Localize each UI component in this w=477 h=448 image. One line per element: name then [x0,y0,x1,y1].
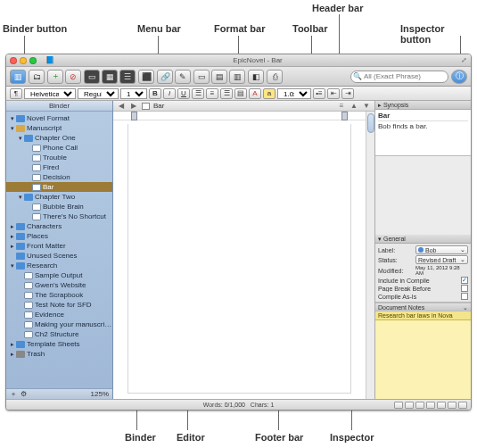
compile-button[interactable]: ⎙ [267,70,283,84]
binder-item[interactable]: ▸Front Matter [6,241,112,251]
disclosure-triangle-icon[interactable]: ▸ [8,341,16,348]
label-select[interactable]: Bob⌄ [415,245,468,254]
pagebreak-checkbox[interactable] [461,285,468,292]
minimize-icon[interactable] [20,57,27,64]
binder-tree[interactable]: ▾Novel Format▾Manuscript▾Chapter OnePhon… [6,112,112,388]
nav-down-button[interactable]: ▼ [362,102,371,110]
binder-item[interactable]: ▾Chapter Two [6,192,112,202]
disclosure-triangle-icon[interactable]: ▾ [16,135,24,142]
disclosure-triangle-icon[interactable]: ▾ [16,194,24,201]
binder-item[interactable]: Evidence [6,310,112,319]
binder-item[interactable]: Test Note for SFD [6,300,112,310]
nav-forward-button[interactable]: ▶ [129,102,138,110]
align-justify-button[interactable]: ▤ [234,88,247,99]
binder-item[interactable]: Bar [6,182,112,192]
link-button[interactable]: 🔗 [157,70,173,84]
underline-button[interactable]: U [177,88,190,99]
view-document-button[interactable]: ▭ [84,70,100,84]
binder-item[interactable]: Decision [6,172,112,182]
footer-btn-3[interactable] [415,402,424,409]
italic-button[interactable]: I [163,88,176,99]
editor-menu-button[interactable]: ≡ [337,102,346,110]
indent-button[interactable]: ⇥ [341,88,354,99]
synopsis-text[interactable]: Bob finds a bar. [378,122,468,130]
synopsis-card[interactable]: Bar Bob finds a bar. [375,110,471,156]
disclosure-triangle-icon[interactable]: ▸ [8,243,16,250]
binder-item[interactable]: Unused Scenes [6,251,112,261]
binder-item[interactable]: ▾Research [6,261,112,270]
binder-item[interactable]: There's No Shortcut [6,212,112,221]
binder-item[interactable]: Phone Call [6,143,112,153]
add-button[interactable]: ＋ [47,70,63,84]
list-button[interactable]: •≡ [313,88,325,99]
disclosure-triangle-icon[interactable]: ▾ [8,125,16,132]
disclosure-triangle-icon[interactable]: ▸ [8,351,16,358]
vertical-scrollbar[interactable] [366,112,374,399]
binder-item[interactable]: ▾Manuscript [6,123,112,133]
binder-item[interactable]: ▾Chapter One [6,133,112,143]
split-v-button[interactable]: ▥ [229,70,245,84]
binder-item[interactable]: Fired [6,162,112,172]
binder-item[interactable]: Gwen's Website [6,280,112,290]
footer-btn-7[interactable] [458,402,467,409]
general-header[interactable]: ▾ General [375,235,471,244]
close-icon[interactable] [10,57,17,64]
font-size-select[interactable]: 12 [120,88,147,99]
comment-button[interactable]: ✎ [175,70,191,84]
search-field[interactable]: 🔍 [350,71,448,83]
text-color-button[interactable]: A [249,88,261,99]
notes-task[interactable]: Research bar laws in Nova Scotia. [375,311,471,320]
binder-item[interactable]: Sample Output [6,270,112,280]
footer-btn-6[interactable] [448,402,456,409]
nav-back-button[interactable]: ◀ [117,102,126,110]
quick-ref-button[interactable]: ◧ [248,70,264,84]
editor-body[interactable] [113,112,374,399]
view-outline-button[interactable]: ☰ [119,70,136,84]
binder-item[interactable]: ▸Places [6,231,112,241]
binder-item[interactable]: Trouble [6,153,112,162]
binder-toggle-button[interactable]: ▥ [10,70,26,84]
align-right-button[interactable]: ☰ [220,88,233,99]
align-left-button[interactable]: ☰ [192,88,204,99]
notes-header[interactable]: Document Notes⌄ [375,303,471,311]
line-spacing-select[interactable]: 1.0x [277,88,311,99]
style-preset-button[interactable]: ¶ [10,88,22,99]
compose-button[interactable]: ⬛ [138,70,154,84]
zoom-icon[interactable] [29,57,37,64]
synopsis-header[interactable]: ▸ Synopsis [375,101,471,110]
disclosure-triangle-icon[interactable]: ▸ [8,233,16,240]
fullscreen-icon[interactable]: ⤢ [461,56,467,64]
footer-btn-4[interactable] [426,402,435,409]
trash-button[interactable]: ⊘ [65,70,81,84]
binder-add-button[interactable]: ＋ [10,389,17,399]
nav-up-button[interactable]: ▲ [350,102,358,110]
binder-item[interactable]: ▾Novel Format [6,113,112,123]
highlight-button[interactable]: a [263,88,276,99]
binder-item[interactable]: Making your manuscri… [6,319,112,329]
split-h-button[interactable]: ▤ [211,70,227,84]
binder-gear-button[interactable]: ⚙ [21,390,27,398]
font-family-select[interactable]: Helvetica [24,88,76,99]
binder-zoom[interactable]: 125% [91,390,109,398]
ruler[interactable] [113,112,366,120]
binder-item[interactable]: ▸Template Sheets [6,339,112,349]
disclosure-triangle-icon[interactable]: ▾ [8,115,16,122]
align-center-button[interactable]: ≡ [206,88,218,99]
view-corkboard-button[interactable]: ▦ [102,70,118,84]
search-input[interactable] [350,71,448,83]
binder-item[interactable]: ▸Trash [6,349,112,359]
binder-item[interactable]: The Scrapbook [6,290,112,300]
footer-btn-2[interactable] [405,402,414,409]
inspector-toggle-button[interactable]: ⓘ [451,70,467,84]
disclosure-triangle-icon[interactable]: ▾ [8,262,16,270]
asis-checkbox[interactable] [461,293,468,300]
disclosure-triangle-icon[interactable]: ▸ [8,223,16,230]
collections-button[interactable]: 🗂 [29,70,45,84]
footer-btn-1[interactable] [394,402,403,409]
status-select[interactable]: Revised Draft⌄ [415,255,468,264]
notes-body[interactable] [375,320,471,399]
compile-checkbox[interactable]: ✓ [461,277,468,284]
footer-btn-5[interactable] [437,402,446,409]
scrollbar-thumb[interactable] [367,113,374,133]
binder-item[interactable]: Ch2 Structure [6,329,112,339]
